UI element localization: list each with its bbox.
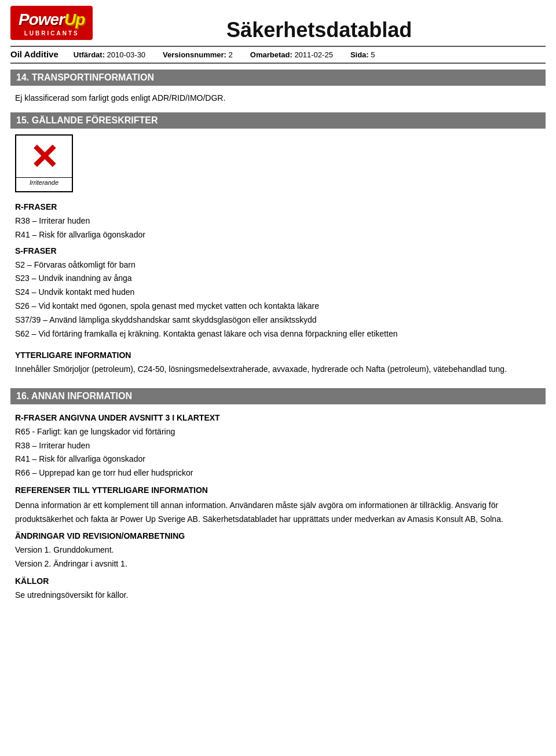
kallor-header: KÄLLOR: [15, 575, 541, 589]
utfardat: Utfärdat: 2010-03-30: [74, 50, 145, 59]
logo-power-up: Power Up: [19, 10, 85, 29]
r-fraser-section: R-FRASER R38 – Irriterar huden R41 – Ris…: [10, 198, 546, 343]
utfardat-value: 2010-03-30: [107, 50, 146, 59]
logo-box: Power Up LUBRICANTS: [10, 6, 93, 40]
r66-text: R66 – Upprepad kan ge torr hud eller hud…: [15, 466, 541, 480]
omarbetad: Omarbetad: 2011-02-25: [250, 50, 333, 59]
s26-text: S26 – Vid kontakt med ögonen, spola gena…: [15, 300, 541, 313]
page-header: Power Up LUBRICANTS Säkerhetsdatablad: [10, 6, 546, 47]
r38b-text: R38 – Irriterar huden: [15, 439, 541, 453]
ytterligare-content: Innehåller Smörjoljor (petroleum), C24-5…: [15, 363, 541, 377]
product-name: Oil Additive: [10, 49, 58, 59]
version-label: Versionsnummer:: [163, 50, 226, 59]
r41b-text: R41 – Risk för allvarliga ögonskador: [15, 452, 541, 466]
r65-text: R65 - Farligt: kan ge lungskador vid för…: [15, 425, 541, 439]
referenser-header: REFERENSER TILL YTTERLIGARE INFORMATION: [15, 484, 541, 498]
page-title-area: Säkerhetsdatablad: [93, 18, 546, 42]
logo-lubricants-text: LUBRICANTS: [24, 30, 79, 36]
warning-x-icon: ✕: [30, 140, 58, 175]
r38-text: R38 – Irriterar huden: [15, 214, 541, 228]
section14-text: Ej klassificerad som farligt gods enligt…: [15, 93, 225, 103]
r-fraser-header: R-FRASER: [15, 200, 541, 214]
sida-label: Sida:: [350, 50, 369, 59]
sub-header: Oil Additive Utfärdat: 2010-03-30 Versio…: [10, 49, 546, 64]
warning-symbol-container: ✕ Irriterande: [15, 134, 546, 192]
sida: Sida: 5: [350, 50, 375, 59]
sida-value: 5: [371, 50, 375, 59]
section15-header: 15. GÄLLANDE FÖRESKRIFTER: [10, 112, 546, 129]
s24-text: S24 – Undvik kontakt med huden: [15, 286, 541, 300]
warning-label: Irriterande: [16, 177, 72, 187]
page-title: Säkerhetsdatablad: [93, 18, 546, 42]
version-value: 2: [229, 50, 233, 59]
s-fraser-header: S-FRASER: [15, 244, 541, 258]
version: Versionsnummer: 2: [163, 50, 233, 59]
s3739-text: S37/39 – Använd lämpliga skyddshandskar …: [15, 313, 541, 327]
section14-title: 14. TRANSPORTINFORMATION: [16, 72, 154, 82]
section14-header: 14. TRANSPORTINFORMATION: [10, 70, 546, 86]
warning-box: ✕ Irriterande: [15, 134, 73, 192]
s62-text: S62 – Vid förtäring framkalla ej kräknin…: [15, 327, 541, 341]
section16-title: 16. ANNAN INFORMATION: [16, 391, 132, 401]
ytterligare-header: YTTERLIGARE INFORMATION: [15, 349, 541, 363]
section16-content: R-FRASER ANGIVNA UNDER AVSNITT 3 I KLART…: [10, 409, 546, 604]
page-container: Power Up LUBRICANTS Säkerhetsdatablad Oi…: [0, 0, 556, 610]
meta-info: Utfärdat: 2010-03-30 Versionsnummer: 2 O…: [74, 50, 375, 59]
omarbetad-value: 2011-02-25: [294, 50, 333, 59]
logo-area: Power Up LUBRICANTS: [10, 6, 93, 42]
utfardat-label: Utfärdat:: [74, 50, 105, 59]
section16-header: 16. ANNAN INFORMATION: [10, 388, 546, 404]
s2-text: S2 – Förvaras oåtkomligt för barn: [15, 258, 541, 272]
section15-title: 15. GÄLLANDE FÖRESKRIFTER: [16, 115, 158, 125]
logo-power-text: Power: [19, 10, 64, 29]
version2-text: Version 2. Ändringar i avsnitt 1.: [15, 557, 541, 571]
section14-content: Ej klassificerad som farligt gods enligt…: [10, 89, 546, 107]
ytterligare-section: YTTERLIGARE INFORMATION Innehåller Smörj…: [10, 346, 546, 379]
kallor-text: Se utredningsöversikt för källor.: [15, 589, 541, 602]
s23-text: S23 – Undvik inandning av ånga: [15, 272, 541, 286]
andringar-header: ÄNDRINGAR VID REVISION/OMARBETNING: [15, 529, 541, 543]
r41-text: R41 – Risk för allvarliga ögonskador: [15, 228, 541, 242]
logo-up-text: Up: [64, 10, 85, 29]
version1-text: Version 1. Grunddokument.: [15, 543, 541, 557]
r-fraser-angivna-header: R-FRASER ANGIVNA UNDER AVSNITT 3 I KLART…: [15, 411, 541, 425]
omarbetad-label: Omarbetad:: [250, 50, 292, 59]
referenser-text1: Denna information är ett komplement till…: [15, 499, 541, 527]
